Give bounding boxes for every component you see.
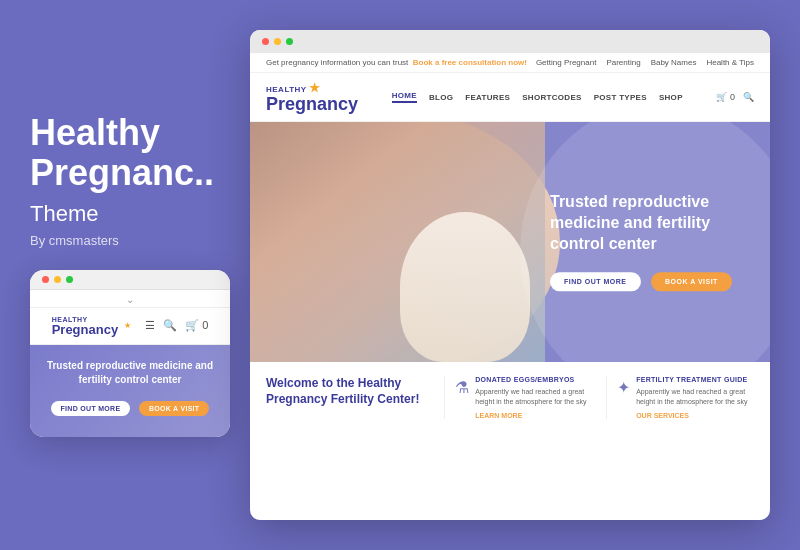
window-dot-green: [66, 276, 73, 283]
info-col-eggs-header: ⚗ DONATED EGGS/EMBRYOS Apparently we had…: [455, 376, 592, 419]
info-col-eggs-title: DONATED EGGS/EMBRYOS: [475, 376, 592, 383]
top-link-parenting[interactable]: Parenting: [606, 58, 640, 67]
mobile-logo: HEALTHY Pregnancy: [52, 316, 118, 336]
cart-icon[interactable]: 🛒 0: [185, 319, 208, 332]
theme-author: By cmsmasters: [30, 233, 250, 248]
window-dot-red: [42, 276, 49, 283]
hero-heading: Trusted reproductive medicine and fertil…: [550, 192, 750, 254]
announcement-bar: Get pregnancy information you can trust …: [250, 53, 770, 73]
browser-content: Get pregnancy information you can trust …: [250, 53, 770, 513]
welcome-block: Welcome to the Healthy Pregnancy Fertili…: [266, 376, 430, 411]
mobile-chevron: ⌄: [30, 290, 230, 308]
mobile-find-button[interactable]: FIND OUT MORE: [51, 401, 131, 416]
info-col-fertility-header: ✦ FERTILITY TREATMENT GUIDE Apparently w…: [617, 376, 754, 419]
info-col-fertility-text: Apparently we had reached a great height…: [636, 387, 754, 407]
logo-area: HEALTHY ★ Pregnancy: [266, 81, 358, 113]
nav-search-icon[interactable]: 🔍: [743, 92, 754, 102]
browser-titlebar: [250, 30, 770, 53]
mobile-card-titlebar: [30, 270, 230, 290]
top-link-getting-pregnant[interactable]: Getting Pregnant: [536, 58, 596, 67]
flask-icon: ⚗: [455, 378, 469, 397]
theme-title: HealthyPregnanc..: [30, 113, 250, 192]
mobile-nav: HEALTHY Pregnancy ★ ☰ 🔍 🛒 0: [30, 308, 230, 345]
nav-shop[interactable]: SHOP: [659, 93, 683, 102]
welcome-title: Welcome to the Healthy Pregnancy Fertili…: [266, 376, 430, 407]
browser-dot-green: [286, 38, 293, 45]
nav-cart-icon[interactable]: 🛒 0: [716, 92, 735, 102]
hero-text-area: Trusted reproductive medicine and fertil…: [550, 192, 750, 291]
mobile-hero: Trusted reproductive medicine and fertil…: [30, 345, 230, 437]
browser-dot-yellow: [274, 38, 281, 45]
mobile-preview-card: ⌄ HEALTHY Pregnancy ★ ☰ 🔍 🛒 0 Trusted re…: [30, 270, 230, 437]
mobile-logo-main: Pregnancy: [52, 323, 118, 336]
logo: HEALTHY ★ Pregnancy: [266, 81, 358, 113]
logo-star-icon: ★: [309, 81, 321, 95]
main-nav-links: HOME BLOG FEATURES SHORTCODES POST TYPES…: [392, 91, 683, 103]
mobile-star-icon: ★: [124, 321, 131, 330]
top-link-health-tips[interactable]: Health & Tips: [706, 58, 754, 67]
info-col-fertility-link[interactable]: OUR SERVICES: [636, 412, 754, 419]
info-section: Welcome to the Healthy Pregnancy Fertili…: [250, 362, 770, 433]
nav-home[interactable]: HOME: [392, 91, 417, 103]
baby-overlay: [400, 212, 530, 362]
info-col-eggs: ⚗ DONATED EGGS/EMBRYOS Apparently we had…: [444, 376, 592, 419]
left-panel: HealthyPregnanc.. Theme By cmsmasters ⌄ …: [30, 103, 250, 446]
browser-window: Get pregnancy information you can trust …: [250, 30, 770, 520]
nav-post-types[interactable]: POST TYPES: [594, 93, 647, 102]
search-icon[interactable]: 🔍: [163, 319, 177, 332]
logo-top-text: HEALTHY ★: [266, 81, 358, 95]
announcement-text: Get pregnancy information you can trust …: [266, 58, 527, 67]
nav-action-icons: 🛒 0 🔍: [716, 92, 754, 102]
browser-dot-red: [262, 38, 269, 45]
hero-book-button[interactable]: BOOK A VISIT: [651, 273, 732, 292]
dna-icon: ✦: [617, 378, 630, 397]
hero-find-button[interactable]: FIND OUT MORE: [550, 273, 641, 292]
top-link-baby-names[interactable]: Baby Names: [651, 58, 697, 67]
mobile-book-button[interactable]: BOOK A VISIT: [139, 401, 210, 416]
window-dot-yellow: [54, 276, 61, 283]
announcement-link[interactable]: Book a free consultation now!: [413, 58, 527, 67]
hero-section: Trusted reproductive medicine and fertil…: [250, 122, 770, 362]
info-col-eggs-text: Apparently we had reached a great height…: [475, 387, 592, 407]
info-col-eggs-link[interactable]: LEARN MORE: [475, 412, 592, 419]
theme-subtitle: Theme: [30, 201, 250, 227]
info-col-fertility-title: FERTILITY TREATMENT GUIDE: [636, 376, 754, 383]
nav-blog[interactable]: BLOG: [429, 93, 453, 102]
top-nav-links: Getting Pregnant Parenting Baby Names He…: [536, 58, 754, 67]
main-nav: HEALTHY ★ Pregnancy HOME BLOG FEATURES S…: [250, 73, 770, 122]
mobile-hero-title: Trusted reproductive medicine and fertil…: [42, 359, 218, 387]
info-col-eggs-content: DONATED EGGS/EMBRYOS Apparently we had r…: [475, 376, 592, 419]
nav-features[interactable]: FEATURES: [465, 93, 510, 102]
nav-shortcodes[interactable]: SHORTCODES: [522, 93, 581, 102]
logo-main-text: Pregnancy: [266, 95, 358, 113]
info-col-fertility: ✦ FERTILITY TREATMENT GUIDE Apparently w…: [606, 376, 754, 419]
info-col-fertility-content: FERTILITY TREATMENT GUIDE Apparently we …: [636, 376, 754, 419]
mobile-nav-icons: ☰ 🔍 🛒 0: [145, 319, 208, 332]
hamburger-icon[interactable]: ☰: [145, 319, 155, 332]
